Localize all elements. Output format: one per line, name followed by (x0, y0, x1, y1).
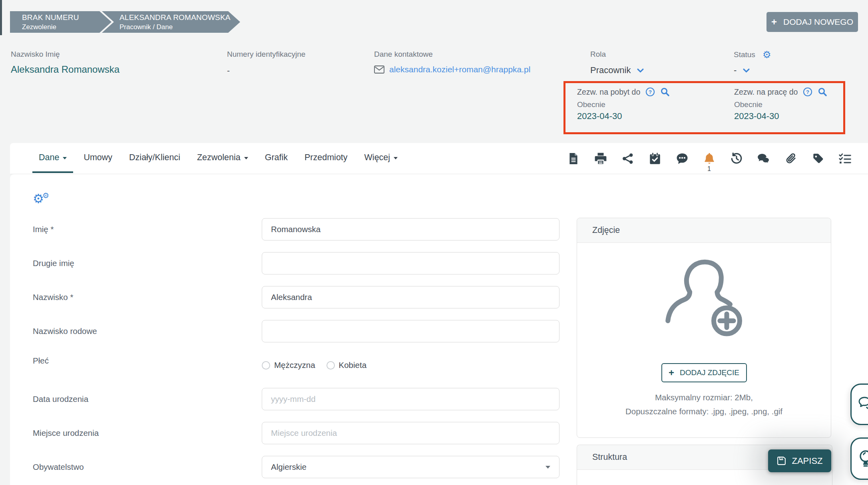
ideas-float-button[interactable] (850, 437, 868, 480)
last-name-input[interactable] (262, 286, 559, 308)
notifications-button[interactable]: 1 (703, 152, 715, 165)
tab-wiecej[interactable]: Więcej (358, 144, 404, 173)
chat-float-button[interactable] (850, 384, 868, 425)
add-photo-label: DODAJ ZDJĘCIE (680, 368, 739, 377)
residence-permit-label: Zezw. na pobyt do (577, 87, 640, 97)
messages-button[interactable] (757, 152, 770, 165)
printer-icon (595, 153, 607, 165)
tab-zezwolenia[interactable]: Zezwolenia (191, 144, 255, 173)
history-icon (731, 153, 743, 165)
id-numbers-value: - (227, 66, 230, 76)
middle-name-input[interactable] (262, 252, 559, 274)
name-label: Nazwisko Imię (11, 50, 60, 59)
gender-female-radio[interactable]: Kobieta (326, 360, 367, 370)
birth-place-label: Miejsce urodzenia (33, 428, 262, 438)
comment-dots-icon (676, 153, 688, 165)
calendar-check-icon (649, 153, 661, 165)
role-value: Pracownik (590, 65, 631, 76)
floppy-disk-icon (776, 456, 786, 466)
form-settings-gears-icon[interactable]: ⚙ ⚙ (33, 192, 53, 208)
contact-row: aleksandra.koziel+roman@hrappka.pl (374, 65, 530, 74)
print-button[interactable] (594, 152, 607, 165)
tab-dzialy-klienci[interactable]: Działy/Klienci (123, 144, 187, 173)
save-label: ZAPISZ (792, 456, 822, 466)
lightbulb-icon (858, 449, 868, 468)
form-row-gender: Płeć Mężczyzna Kobieta (33, 354, 572, 376)
photo-panel-title: Zdjęcie (592, 225, 620, 235)
residence-permit-date: 2023-04-30 (577, 111, 709, 121)
tab-dane[interactable]: Dane (32, 144, 73, 173)
citizenship-value: Algierskie (271, 462, 307, 472)
birth-date-label: Data urodzenia (33, 394, 262, 404)
help-icon[interactable]: ? (645, 87, 655, 97)
caret-down-icon (244, 157, 248, 159)
birth-date-input[interactable] (262, 388, 559, 410)
breadcrumb-permit[interactable]: BRAK NUMERU Zezwolenie (10, 11, 111, 33)
status-label: Status (734, 50, 755, 59)
chevron-down-icon (743, 68, 750, 73)
svg-text:?: ? (649, 89, 652, 95)
work-permit-period: Obecnie (734, 100, 866, 109)
save-button[interactable]: ZAPISZ (768, 449, 831, 472)
left-edge-panel-sliver (0, 0, 2, 35)
action-toolbar: 1 (567, 143, 851, 174)
form-row-birth-place: Miejsce urodzenia (33, 422, 572, 444)
status-settings-gear-icon[interactable]: ⚙ (762, 50, 771, 60)
photo-hint-size: Maksymalny rozmiar: 2Mb, (577, 393, 831, 402)
comment-button[interactable] (676, 152, 688, 165)
plus-icon: + (669, 368, 674, 378)
status-value: - (734, 65, 737, 76)
form-row-birth-date: Data urodzenia (33, 388, 572, 410)
form-row-middle-name: Drugie imię (33, 252, 572, 274)
role-dropdown[interactable]: Pracownik (590, 65, 644, 76)
history-button[interactable] (730, 152, 743, 165)
photo-hint-formats: Dopuszczalne formaty: .jpg, .jpeg, .png,… (577, 407, 831, 416)
first-name-input[interactable] (262, 218, 559, 241)
svg-text:?: ? (806, 89, 809, 95)
breadcrumb-employee-title: ALEKSANDRA ROMANOWSKA (119, 13, 240, 22)
gender-male-label: Mężczyzna (274, 360, 315, 370)
add-new-label: DODAJ NOWEGO (783, 17, 853, 27)
tab-label: Przedmioty (305, 153, 348, 163)
residence-permit-period: Obecnie (577, 100, 709, 109)
citizenship-label: Obywatelstwo (33, 462, 262, 472)
search-icon[interactable] (660, 87, 670, 97)
share-button[interactable] (621, 152, 634, 165)
breadcrumb-permit-title: BRAK NUMERU (22, 13, 111, 22)
add-new-button[interactable]: + DODAJ NOWEGO (766, 12, 858, 32)
tab-label: Umowy (84, 153, 112, 163)
gender-male-radio[interactable]: Mężczyzna (262, 360, 315, 370)
notification-count-badge: 1 (707, 165, 711, 173)
employee-profile-page: BRAK NUMERU Zezwolenie ALEKSANDRA ROMANO… (0, 0, 868, 485)
tasks-button[interactable] (839, 152, 851, 165)
form-row-family-name: Nazwisko rodowe (33, 320, 572, 342)
tab-umowy[interactable]: Umowy (77, 144, 119, 173)
add-photo-button[interactable]: + DODAJ ZDJĘCIE (661, 363, 747, 382)
email-link[interactable]: aleksandra.koziel+roman@hrappka.pl (389, 65, 530, 74)
gender-female-label: Kobieta (339, 360, 367, 370)
radio-icon (262, 361, 270, 370)
plus-icon: + (771, 17, 777, 27)
tab-grafik[interactable]: Grafik (259, 144, 294, 173)
caret-down-icon (545, 466, 550, 469)
birth-place-input[interactable] (262, 422, 559, 444)
breadcrumb-employee[interactable]: ALEKSANDRA ROMANOWSKA Pracownik / Dane (102, 11, 240, 33)
status-dropdown[interactable]: - (734, 65, 750, 76)
documents-button[interactable] (567, 152, 579, 165)
tab-przedmioty[interactable]: Przedmioty (298, 144, 354, 173)
search-icon[interactable] (818, 87, 827, 97)
help-icon[interactable]: ? (803, 87, 812, 97)
envelope-icon (374, 66, 384, 74)
family-name-input[interactable] (262, 320, 559, 342)
citizenship-select[interactable]: Algierskie (262, 456, 559, 478)
attachments-button[interactable] (784, 152, 797, 165)
form-row-citizenship: Obywatelstwo Algierskie (33, 456, 572, 478)
tags-button[interactable] (812, 152, 824, 165)
gear-icon: ⚙ (42, 192, 49, 199)
tab-label: Więcej (364, 153, 390, 163)
tab-bar: Dane Umowy Działy/Klienci Zezwolenia Gra… (10, 143, 868, 174)
middle-name-label: Drugie imię (33, 258, 262, 268)
calendar-button[interactable] (649, 152, 661, 165)
list-check-icon (839, 153, 851, 165)
breadcrumb-permit-subtitle: Zezwolenie (22, 23, 111, 31)
